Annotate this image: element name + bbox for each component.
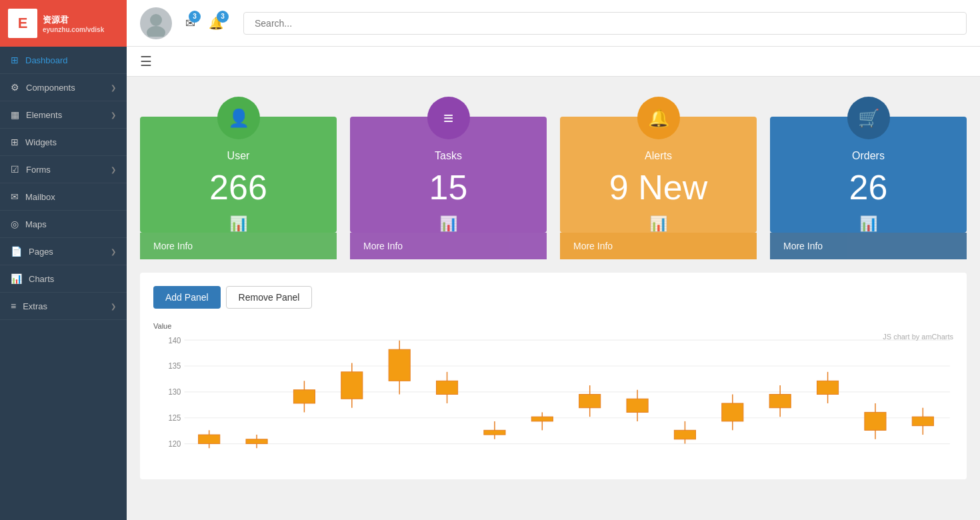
chevron-icon: ❯: [111, 84, 116, 91]
chevron-icon: ❯: [111, 111, 116, 119]
stat-card-value-tasks: 15: [363, 167, 533, 207]
sidebar-label-maps: Maps: [25, 219, 47, 229]
chart-buttons: Add Panel Remove Panel: [153, 286, 953, 309]
sidebar-icon-maps: ◎: [11, 219, 19, 229]
header-icons: ✉ 3 🔔 3: [185, 16, 223, 31]
mail-icon-wrap[interactable]: ✉ 3: [185, 16, 195, 31]
sidebar: E 资源君 eyunzhu.com/vdisk ⊞ Dashboard ⚙ Co…: [0, 0, 127, 520]
menu-bar: ☰: [127, 47, 980, 77]
chart-area: JS chart by amCharts 140 135 130 125 1: [153, 333, 953, 466]
stat-card-icon-tasks: ≡: [427, 97, 470, 139]
search-input[interactable]: [243, 12, 967, 35]
logo-box: E: [8, 9, 37, 38]
stat-card-icon-orders: 🛒: [847, 97, 890, 139]
sidebar-label-widgets: Widgets: [25, 137, 57, 147]
mail-badge: 3: [189, 11, 201, 23]
page-body: 👤 User 266 📊 More Info ≡ Tasks 15 📊 More…: [127, 77, 980, 520]
stat-cards: 👤 User 266 📊 More Info ≡ Tasks 15 📊 More…: [140, 90, 967, 259]
main-content: ✉ 3 🔔 3 ☰ 👤 User 266 📊 More Info: [127, 0, 980, 520]
sidebar-logo: E 资源君 eyunzhu.com/vdisk: [0, 0, 127, 47]
remove-panel-button[interactable]: Remove Panel: [226, 286, 313, 309]
sidebar-label-mailbox: Mailbox: [25, 192, 55, 202]
stat-card-value-orders: 26: [783, 167, 953, 207]
sidebar-item-maps[interactable]: ◎ Maps: [0, 211, 127, 238]
chevron-icon: ❯: [111, 248, 116, 255]
chevron-icon: ❯: [111, 303, 116, 310]
sidebar-item-extras[interactable]: ≡ Extras ❯: [0, 293, 127, 320]
sidebar-icon-dashboard: ⊞: [11, 55, 19, 65]
sidebar-icon-elements: ▦: [11, 109, 19, 120]
sidebar-item-pages[interactable]: 📄 Pages ❯: [0, 238, 127, 265]
sidebar-icon-widgets: ⊞: [11, 137, 19, 147]
sidebar-item-widgets[interactable]: ⊞ Widgets: [0, 129, 127, 156]
stat-card-icon-user: 👤: [217, 97, 260, 139]
stat-card-tasks: ≡ Tasks 15 📊 More Info: [350, 90, 547, 259]
chevron-icon: ❯: [111, 166, 116, 173]
sidebar-item-mailbox[interactable]: ✉ Mailbox: [0, 183, 127, 211]
svg-point-1: [147, 26, 165, 37]
logo-text: 资源君 eyunzhu.com/vdisk: [43, 14, 104, 33]
stat-card-label-tasks: Tasks: [363, 150, 533, 162]
stat-card-footer-alerts[interactable]: More Info: [560, 233, 757, 259]
sidebar-icon-pages: 📄: [11, 246, 22, 257]
sidebar-icon-extras: ≡: [11, 301, 16, 311]
chart-section: Add Panel Remove Panel Value JS chart by…: [140, 273, 967, 479]
stat-card-label-user: User: [153, 150, 323, 162]
sidebar-icon-mailbox: ✉: [11, 191, 19, 202]
stat-card-user: 👤 User 266 📊 More Info: [140, 90, 337, 259]
avatar: [140, 7, 172, 39]
sidebar-label-extras: Extras: [23, 301, 47, 311]
search-box: [243, 12, 967, 35]
sidebar-item-charts[interactable]: 📊 Charts: [0, 265, 127, 293]
sidebar-icon-charts: 📊: [11, 273, 22, 284]
stat-card-alerts: 🔔 Alerts 9 New 📊 More Info: [560, 90, 757, 259]
stat-card-value-alerts: 9 New: [573, 167, 743, 207]
svg-point-0: [150, 14, 162, 26]
header: ✉ 3 🔔 3: [127, 0, 980, 47]
chart-value-label: Value: [153, 322, 953, 330]
stat-card-bars-orders: 📊: [783, 215, 953, 233]
hamburger-icon[interactable]: ☰: [140, 53, 152, 69]
stat-card-bars-tasks: 📊: [363, 215, 533, 233]
stat-card-value-user: 266: [153, 167, 323, 207]
stat-card-bars-user: 📊: [153, 215, 323, 233]
stat-card-footer-orders[interactable]: More Info: [770, 233, 967, 259]
sidebar-label-charts: Charts: [29, 274, 54, 284]
sidebar-label-elements: Elements: [26, 110, 62, 120]
stat-card-icon-alerts: 🔔: [637, 97, 680, 139]
bell-icon-wrap[interactable]: 🔔 3: [209, 16, 223, 31]
add-panel-button[interactable]: Add Panel: [153, 286, 221, 309]
sidebar-item-elements[interactable]: ▦ Elements ❯: [0, 101, 127, 129]
stat-card-label-orders: Orders: [783, 150, 953, 162]
sidebar-label-dashboard: Dashboard: [25, 55, 68, 65]
sidebar-icon-forms: ☑: [11, 164, 19, 175]
stat-card-footer-user[interactable]: More Info: [140, 233, 337, 259]
sidebar-item-forms[interactable]: ☑ Forms ❯: [0, 156, 127, 183]
stat-card-footer-tasks[interactable]: More Info: [350, 233, 547, 259]
stat-card-orders: 🛒 Orders 26 📊 More Info: [770, 90, 967, 259]
stat-card-bars-alerts: 📊: [573, 215, 743, 233]
sidebar-label-forms: Forms: [26, 165, 51, 175]
sidebar-label-pages: Pages: [29, 247, 53, 257]
sidebar-label-components: Components: [26, 83, 75, 93]
sidebar-item-components[interactable]: ⚙ Components ❯: [0, 74, 127, 101]
stat-card-label-alerts: Alerts: [573, 150, 743, 162]
alert-badge: 3: [217, 11, 229, 23]
sidebar-item-dashboard[interactable]: ⊞ Dashboard: [0, 47, 127, 74]
chart-container: Value JS chart by amCharts 140 135 130: [153, 322, 953, 466]
sidebar-icon-components: ⚙: [11, 82, 19, 93]
